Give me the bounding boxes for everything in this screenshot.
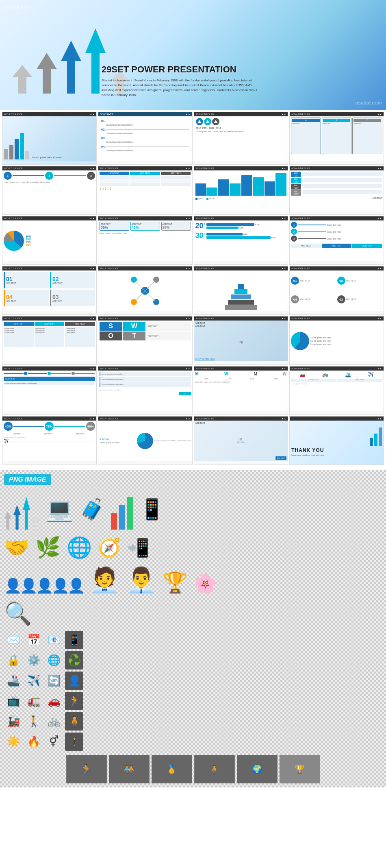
slide-swot[interactable]: ADD A TITLE SLIDE▲▲ ADD TEXT ADD TEXT AD… <box>2 316 97 365</box>
icon-bicycle: 🚲 <box>45 712 63 731</box>
slide-thankyou[interactable]: ▲▲ THANK YOU Insert your subtitle or bod… <box>289 416 384 465</box>
png-bars <box>111 489 133 530</box>
icon-car: 🚗 <box>45 692 63 710</box>
char-slide-3[interactable]: 🏅 <box>152 755 192 783</box>
char-slide-5[interactable]: 🌍 <box>237 755 278 783</box>
slide-numbers[interactable]: ADD A TITLE SLIDE▲▲ 01 ADD TEXT 02 ADD T… <box>2 266 97 315</box>
png-trophy: 🏆 <box>163 571 188 594</box>
icon-monitor: 📺 <box>4 692 22 710</box>
png-laptop: 💻 <box>46 489 74 530</box>
png-clock: 🧭 <box>98 537 121 558</box>
arrow-gray <box>37 53 57 94</box>
slide-bar2[interactable]: ADD A TITLE SLIDE▲▲ ADD TEXT35% ADD TEXT… <box>98 216 193 265</box>
slides-row-3: ADD A TITLE SLIDE▲▲ 36% 39% 15% 10% ADD … <box>2 216 384 265</box>
png-section: PNG IMAGE 💻 🧳 📱 🤝 🌿 🌐 🧭 <box>0 470 386 787</box>
hero-text-block: 29SET POWER PRESENTATION Started its bus… <box>102 64 264 98</box>
icon-globe: 🌐 <box>45 651 63 670</box>
slide-thumb-contents[interactable]: CONTENTS▲▲ 01. Lorem ipsum text content … <box>98 112 193 165</box>
png-person2: 👨‍💼 <box>126 565 156 594</box>
slide-steps[interactable]: ADD A TITLE SLIDE▲▲ 1 2 3 Lorem ipsum te… <box>2 166 97 215</box>
png-team: 👤👤👤👤👤 <box>4 578 83 594</box>
slide-phone[interactable]: ADD A TITLE SLIDE▲▲ 🚗 🚌 🛳️ ✈️ ADD TEXT A… <box>289 366 384 415</box>
icon-lock: 🔒 <box>4 651 22 670</box>
icons-row-2: 🔒 ⚙️ 🌐 ♻️ <box>4 651 382 670</box>
svg-line-1 <box>145 279 156 291</box>
slide-thumb-timeline[interactable]: ADD A TITLE SLIDE▲▲ 2010201120122013 <box>194 112 288 165</box>
slide-word-chart[interactable]: ADD A TITLE SLIDE▲▲ M W M W 35% 27% 81% … <box>194 366 288 415</box>
png-person1: 🧑‍💼 <box>89 565 120 594</box>
watermark-tl: asadal.com <box>4 4 30 10</box>
slide-circle-nums[interactable]: ADD A TITLE SLIDE▲▲ 01 ADD TEXT 02 ADD T… <box>289 266 384 315</box>
slide-steps2[interactable]: ADD A TITLE SLIDE▲▲ 1 Step 1 text here 2… <box>289 216 384 265</box>
slide-chart2[interactable]: ADD A TITLE SLIDE▲▲ 201 67% 43% <box>194 216 288 265</box>
svg-line-2 <box>134 291 145 302</box>
icons-row-6: ☀️ 🔥 ⚥ 🕴️ <box>4 733 382 751</box>
slides-row-2: ADD A TITLE SLIDE▲▲ 1 2 3 Lorem ipsum te… <box>2 166 384 215</box>
png-magnify: 🔍 <box>4 600 32 627</box>
png-flowers: 🌸 <box>194 573 217 594</box>
slides-row-7: ADD A TITLE SLIDE▲▲ 45% 78% 99% ADD TEXT… <box>2 416 384 465</box>
slide-thumb-hero[interactable]: ADD A TITLE SLIDE▲▲ Lorem ipsum dolor si… <box>2 112 97 165</box>
icon-ship: 🚢 <box>4 672 22 690</box>
icons-row-4: 📺 🚛 🚗 🏃 <box>4 692 382 710</box>
slide-thumb-info[interactable]: ADD A TITLE SLIDE▲▲ A option text B opti… <box>289 112 384 165</box>
icons-row-5: 🚂 🚶 🚲 🧍 <box>4 712 382 731</box>
hero-title: 29SET POWER PRESENTATION <box>102 64 264 75</box>
icon-envelope: 📧 <box>45 631 63 649</box>
bottom-char-slides: 🏃 🧑‍🤝‍🧑 🏅 🧍 🌍 🏆 <box>4 755 382 783</box>
png-arrows <box>4 489 39 530</box>
icon-mobile-dark: 📱 <box>65 631 83 649</box>
icon-train: 🚂 <box>4 712 22 731</box>
hero-section: asadal.com 29SET POWER PRESENTATION Star… <box>0 0 386 110</box>
slide-map[interactable]: ADD A TITLE SLIDE▲▲ ADD TEXT ADD TEXT 🗺 … <box>194 316 288 365</box>
icon-gender: ⚥ <box>45 733 63 751</box>
icon-truck: 🚛 <box>24 692 43 710</box>
slide-pyramid[interactable]: ADD A TITLE SLIDE▲▲ <box>194 266 288 315</box>
slide-mixed[interactable]: ADD A TITLE SLIDE▲▲ Lorem ipsum text her… <box>289 316 384 365</box>
slide-table3[interactable]: ADD A TITLE SLIDE▲▲ Lorem ipsum text con… <box>98 366 193 415</box>
char-slide-1[interactable]: 🏃 <box>66 755 107 783</box>
icon-gear: ⚙️ <box>24 651 43 670</box>
icon-airplane: ✈️ <box>24 672 43 690</box>
slide-circle-map[interactable]: ADD A TITLE SLIDE▲▲ <box>98 266 193 315</box>
png-people-row: 👤👤👤👤👤 🧑‍💼 👨‍💼 🏆 🌸 <box>4 565 382 594</box>
icons-row-3: 🚢 ✈️ 🔄 👤 <box>4 672 382 690</box>
icon-person-dark: 👤 <box>65 672 83 690</box>
icon-figure-dark: 🕴️ <box>65 733 83 751</box>
arrow-lgray <box>12 65 33 94</box>
icon-cycle: 🔄 <box>45 672 63 690</box>
png-globe: 🌐 <box>67 536 92 559</box>
icon-fire: 🔥 <box>24 733 43 751</box>
arrow-blue <box>61 41 81 94</box>
icons-section: ✉️ 📅 📧 📱 🔒 ⚙️ 🌐 ♻️ 🚢 ✈️ 🔄 👤 📺 🚛 🚗 🏃 <box>4 631 382 751</box>
char-slide-2[interactable]: 🧑‍🤝‍🧑 <box>109 755 150 783</box>
slides-section: ADD A TITLE SLIDE▲▲ Lorem ipsum dolor si… <box>0 110 386 468</box>
slide-pie[interactable]: ADD A TITLE SLIDE▲▲ 36% 39% 15% 10% <box>2 216 97 265</box>
char-slide-4[interactable]: 🧍 <box>194 755 235 783</box>
svg-line-3 <box>145 291 156 302</box>
slide-table2[interactable]: ADD A TITLE SLIDE▲▲ ADD TEXT ADD TEXT AD… <box>289 166 384 215</box>
png-plant: 🌿 <box>35 536 61 559</box>
png-second-row: 🤝 🌿 🌐 🧭 📲 <box>4 536 382 559</box>
icon-person2: 🚶 <box>24 712 43 731</box>
slides-row-5: ADD A TITLE SLIDE▲▲ ADD TEXT ADD TEXT AD… <box>2 316 384 365</box>
icons-row-1: ✉️ 📅 📧 📱 <box>4 631 382 649</box>
char-slide-6[interactable]: 🏆 <box>280 755 320 783</box>
slide-swot2[interactable]: ADD A TITLE SLIDE▲▲ S W ADD TEXT O T TEX… <box>98 316 193 365</box>
svg-line-0 <box>134 279 145 291</box>
png-top-area: 💻 🧳 📱 <box>4 489 382 530</box>
slide-compare[interactable]: ADD A TITLE SLIDE▲▲ ADD TEXT Lorem ipsum… <box>98 416 193 465</box>
slide-world-map[interactable]: ADD A TITLE SLIDE▲▲ ADD TEXT 🗺️World Map… <box>194 416 288 465</box>
icon-runner-dark: 🏃 <box>65 692 83 710</box>
slide-bar-chart[interactable]: ADD A TITLE SLIDE▲▲ <box>194 166 288 215</box>
png-handshake: 🤝 <box>4 536 29 559</box>
slides-row-6: ADD A TITLE SLIDE▲▲ ADD TEXT Lorem ipsum… <box>2 366 384 415</box>
png-smartphone: 📲 <box>127 537 150 558</box>
png-label: PNG IMAGE <box>4 474 51 485</box>
slide-table[interactable]: ADD A TITLE SLIDE▲▲ ADD TEXT ADD TEXT AD… <box>98 166 193 215</box>
slide-path[interactable]: ADD A TITLE SLIDE▲▲ 45% 78% 99% ADD TEXT… <box>2 416 97 465</box>
icon-sun: ☀️ <box>4 733 22 751</box>
slide-timeline2[interactable]: ADD A TITLE SLIDE▲▲ ADD TEXT Lorem ipsum… <box>2 366 97 415</box>
slides-row-1: ADD A TITLE SLIDE▲▲ Lorem ipsum dolor si… <box>2 112 384 165</box>
png-tablet: 📱 <box>139 489 165 530</box>
